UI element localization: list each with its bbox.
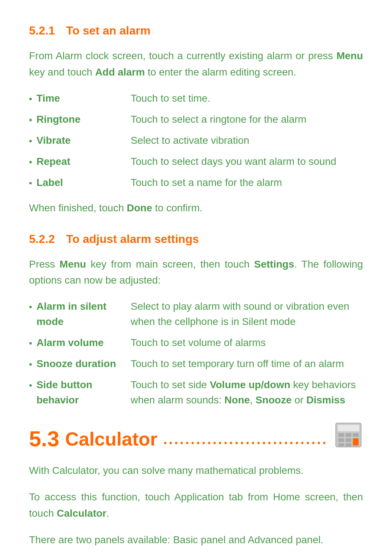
section-53-para2: To access this function, touch Applicati… — [29, 489, 363, 522]
item-alarm-silent-desc: Select to play alarm with sound or vibra… — [131, 299, 363, 329]
item-side-button: • Side button behavior Touch to set side… — [29, 377, 363, 408]
item-vibrate-label: • Vibrate — [29, 133, 131, 148]
section-522-heading: 5.2.2 To adjust alarm settings — [29, 230, 363, 248]
bullet-repeat: • — [29, 155, 32, 168]
item-repeat-desc: Touch to select days you want alarm to s… — [131, 154, 363, 169]
section-522: 5.2.2 To adjust alarm settings Press Men… — [29, 230, 363, 408]
bullet-side-button: • — [29, 379, 32, 392]
section-53-title: Calculator — [65, 425, 157, 453]
item-snooze-duration-desc: Touch to set temporary turn off time of … — [131, 356, 363, 371]
section-521: 5.2.1 To set an alarm From Alarm clock s… — [29, 22, 363, 216]
item-snooze-duration-label: • Snooze duration — [29, 356, 131, 371]
section-53-heading: 5.3 Calculator .........................… — [29, 422, 363, 455]
svg-rect-6 — [346, 438, 351, 442]
bullet-ringtone: • — [29, 113, 32, 126]
section-521-heading: 5.2.1 To set an alarm — [29, 22, 363, 39]
item-ringtone-label: • Ringtone — [29, 112, 131, 127]
bullet-vibrate: • — [29, 134, 32, 147]
item-alarm-volume: • Alarm volume Touch to set volume of al… — [29, 335, 363, 350]
bullet-alarm-silent: • — [29, 300, 32, 313]
item-snooze-duration: • Snooze duration Touch to set temporary… — [29, 356, 363, 371]
section-53-para1: With Calculator, you can solve many math… — [29, 463, 363, 479]
item-alarm-volume-desc: Touch to set volume of alarms — [131, 335, 363, 350]
item-label-desc: Touch to set a name for the alarm — [131, 175, 363, 190]
section-53-dots: ........................................… — [163, 428, 328, 450]
svg-rect-4 — [353, 433, 359, 437]
item-alarm-silent: • Alarm in silent mode Select to play al… — [29, 299, 363, 329]
section-53: 5.3 Calculator .........................… — [29, 422, 363, 548]
bullet-alarm-volume: • — [29, 337, 32, 350]
section-522-items: • Alarm in silent mode Select to play al… — [29, 299, 363, 408]
item-vibrate-desc: Select to activate vibration — [131, 133, 363, 148]
svg-rect-5 — [338, 438, 344, 442]
section-521-confirm: When finished, touch Done to confirm. — [29, 200, 363, 216]
item-repeat-label: • Repeat — [29, 154, 131, 169]
item-alarm-silent-label: • Alarm in silent mode — [29, 299, 131, 329]
item-side-button-desc: Touch to set side Volume up/down key beh… — [131, 377, 363, 408]
item-alarm-volume-label: • Alarm volume — [29, 335, 131, 350]
item-repeat: • Repeat Touch to select days you want a… — [29, 154, 363, 169]
item-vibrate: • Vibrate Select to activate vibration — [29, 133, 363, 148]
svg-rect-8 — [338, 443, 344, 446]
svg-rect-9 — [346, 443, 351, 446]
item-side-button-label: • Side button behavior — [29, 377, 131, 408]
svg-rect-3 — [346, 433, 351, 437]
item-time: • Time Touch to set time. — [29, 91, 363, 106]
section-521-intro: From Alarm clock screen, touch a current… — [29, 48, 363, 81]
item-time-desc: Touch to set time. — [131, 91, 363, 106]
section-521-title: To set an alarm — [66, 24, 150, 37]
section-53-para3: There are two panels available: Basic pa… — [29, 532, 363, 548]
item-ringtone-desc: Touch to select a ringtone for the alarm — [131, 112, 363, 127]
section-521-number: 5.2.1 — [29, 24, 55, 37]
section-53-number: 5.3 — [29, 423, 59, 455]
calculator-icon — [334, 422, 363, 455]
section-522-number: 5.2.2 — [29, 232, 55, 245]
item-time-label: • Time — [29, 91, 131, 106]
item-ringtone: • Ringtone Touch to select a ringtone fo… — [29, 112, 363, 127]
item-label-label: • Label — [29, 175, 131, 190]
section-521-items: • Time Touch to set time. • Ringtone Tou… — [29, 91, 363, 190]
svg-rect-7 — [353, 438, 359, 446]
svg-rect-1 — [338, 425, 359, 431]
bullet-label: • — [29, 176, 32, 190]
bullet-time: • — [29, 92, 32, 105]
bullet-snooze-duration: • — [29, 358, 32, 371]
section-522-intro: Press Menu key from main screen, then to… — [29, 256, 363, 289]
section-522-title: To adjust alarm settings — [66, 232, 199, 245]
svg-rect-2 — [338, 433, 344, 437]
item-label: • Label Touch to set a name for the alar… — [29, 175, 363, 190]
